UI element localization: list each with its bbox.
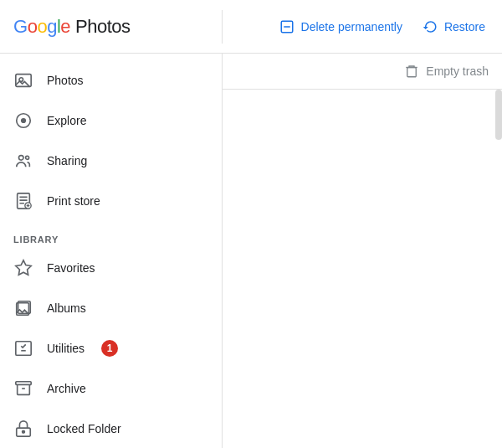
library-section-label: LIBRARY xyxy=(0,221,222,248)
main-area: Photos Explore Sharing xyxy=(0,54,502,448)
sidebar-item-print-store[interactable]: Print store xyxy=(0,181,215,221)
favorites-label: Favorites xyxy=(47,261,95,275)
app-header: Google Photos Delete permanently Restore xyxy=(0,0,502,54)
header-logo-section: Google Photos xyxy=(0,16,222,38)
sidebar-item-archive[interactable]: Archive xyxy=(0,368,215,409)
utilities-badge: 1 xyxy=(101,340,118,357)
print-store-icon xyxy=(13,191,33,211)
utilities-icon xyxy=(13,338,33,358)
albums-label: Albums xyxy=(47,301,86,315)
locked-folder-icon xyxy=(13,419,33,439)
scrollbar[interactable] xyxy=(495,90,502,140)
svg-point-6 xyxy=(19,156,24,161)
albums-icon xyxy=(13,298,33,318)
sidebar-item-favorites[interactable]: Favorites xyxy=(0,248,215,288)
svg-point-16 xyxy=(23,430,25,433)
delete-icon xyxy=(279,19,295,34)
delete-permanently-label: Delete permanently xyxy=(301,20,402,33)
sidebar-item-photos[interactable]: Photos xyxy=(0,60,215,100)
svg-point-5 xyxy=(22,119,26,123)
utilities-label: Utilities xyxy=(47,342,85,355)
google-logo: Google Photos xyxy=(13,16,131,38)
restore-icon xyxy=(423,19,438,34)
explore-icon xyxy=(13,111,33,131)
app-title: Photos xyxy=(75,16,131,38)
empty-trash-label: Empty trash xyxy=(426,64,489,78)
restore-label: Restore xyxy=(444,20,485,33)
restore-button[interactable]: Restore xyxy=(423,19,485,34)
sharing-icon xyxy=(13,151,33,171)
empty-trash-icon xyxy=(404,64,419,79)
svg-rect-21 xyxy=(407,68,417,77)
content-body xyxy=(223,90,502,448)
explore-label: Explore xyxy=(47,114,86,127)
archive-icon xyxy=(13,378,33,399)
svg-point-7 xyxy=(26,156,29,159)
sharing-label: Sharing xyxy=(47,154,87,167)
photos-label: Photos xyxy=(47,74,84,87)
sidebar-item-albums[interactable]: Albums xyxy=(0,288,215,328)
empty-trash-button[interactable]: Empty trash xyxy=(404,64,489,79)
sidebar-item-locked-folder[interactable]: Locked Folder xyxy=(0,409,215,448)
sidebar: Photos Explore Sharing xyxy=(0,54,222,448)
print-store-label: Print store xyxy=(47,194,100,208)
delete-permanently-button[interactable]: Delete permanently xyxy=(279,19,402,34)
content-area: Empty trash xyxy=(222,54,502,448)
photos-icon xyxy=(13,70,33,90)
locked-folder-label: Locked Folder xyxy=(47,422,121,435)
svg-marker-10 xyxy=(16,260,31,275)
header-actions: Delete permanently Restore xyxy=(223,19,502,34)
svg-rect-14 xyxy=(16,382,31,385)
favorites-icon xyxy=(13,258,33,278)
sidebar-item-utilities[interactable]: Utilities 1 xyxy=(0,328,215,368)
content-toolbar: Empty trash xyxy=(223,54,502,90)
svg-rect-13 xyxy=(16,342,31,356)
sidebar-item-sharing[interactable]: Sharing xyxy=(0,141,215,181)
archive-label: Archive xyxy=(47,382,86,395)
sidebar-item-explore[interactable]: Explore xyxy=(0,100,215,141)
